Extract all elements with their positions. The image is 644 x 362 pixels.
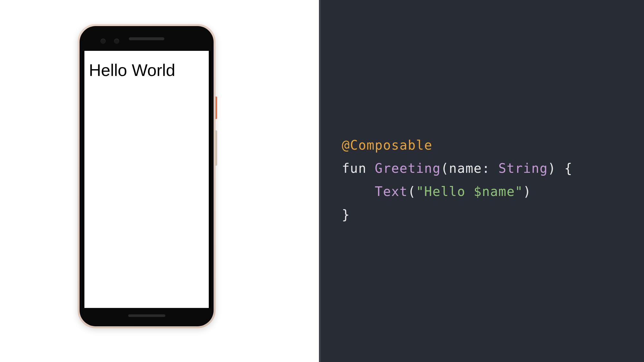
- speaker-icon: [128, 314, 165, 317]
- phone-body: Hello World: [80, 26, 214, 326]
- code-string-literal: "Hello $name": [416, 184, 523, 199]
- code-keyword-fun: fun: [342, 161, 367, 176]
- code-open-paren: (: [408, 184, 416, 199]
- phone-bottom-bezel: [82, 308, 211, 323]
- phone-top-bezel: [82, 29, 211, 51]
- screen-text: Hello World: [84, 51, 209, 89]
- phone-screen: Hello World: [84, 51, 209, 308]
- power-button-icon: [216, 97, 217, 119]
- code-annotation: @Composable: [342, 138, 432, 153]
- code-call-name: Text: [375, 184, 408, 199]
- code-colon: :: [482, 161, 490, 176]
- code-indent: [342, 184, 375, 199]
- code-close-paren: ): [523, 184, 532, 199]
- code-close-brace: }: [342, 207, 350, 222]
- code-param-type: String: [498, 161, 548, 176]
- camera-icon: [101, 39, 106, 44]
- camera-icon: [114, 39, 119, 44]
- phone-outer-frame: Hello World: [78, 24, 216, 328]
- code-block: @Composable fun Greeting(name: String) {…: [342, 134, 644, 226]
- preview-panel: Hello World: [0, 0, 319, 362]
- code-close-paren: ): [548, 161, 556, 176]
- code-param-name: name: [449, 161, 482, 176]
- code-open-brace: {: [564, 161, 573, 176]
- code-function-name: Greeting: [375, 161, 441, 176]
- code-panel: @Composable fun Greeting(name: String) {…: [319, 0, 644, 362]
- volume-button-icon: [216, 130, 217, 166]
- phone-inner: Hello World: [82, 29, 211, 323]
- speaker-icon: [129, 37, 164, 40]
- phone-mockup: Hello World: [78, 24, 216, 328]
- code-open-paren: (: [441, 161, 449, 176]
